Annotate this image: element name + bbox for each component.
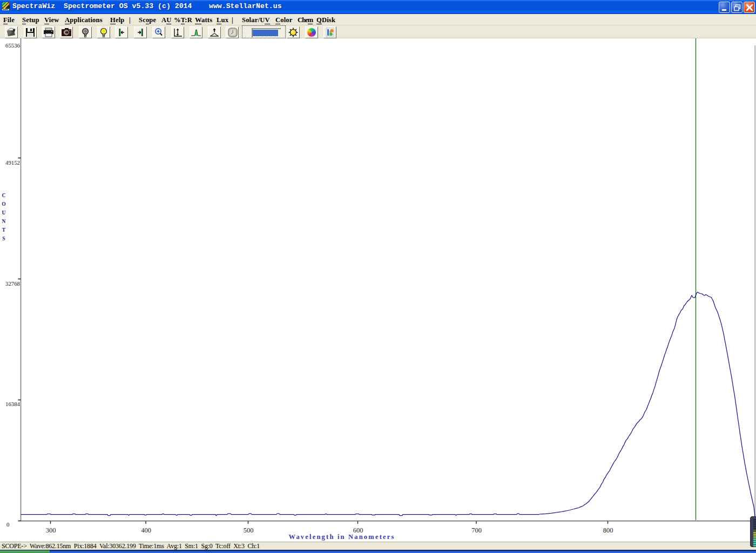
svg-text:Wavelength in Nanometers: Wavelength in Nanometers	[288, 533, 395, 541]
svg-text:800: 800	[603, 527, 613, 534]
svg-text:400: 400	[141, 527, 151, 534]
svg-text:0: 0	[6, 521, 9, 528]
svg-text:300: 300	[46, 527, 56, 534]
svg-text:16384: 16384	[5, 401, 21, 407]
svg-text:65536: 65536	[5, 42, 21, 49]
svg-text:49152: 49152	[5, 159, 20, 166]
svg-text:500: 500	[244, 527, 254, 534]
svg-text:32768: 32768	[5, 280, 20, 287]
svg-text:700: 700	[471, 527, 482, 534]
